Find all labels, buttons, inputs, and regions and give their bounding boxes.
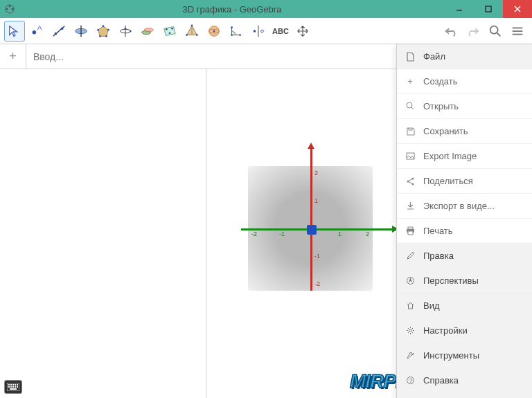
maximize-button[interactable] — [474, 0, 503, 18]
svg-point-22 — [125, 27, 127, 29]
svg-point-41 — [261, 30, 264, 33]
menu-login[interactable]: Войти... — [397, 393, 532, 398]
tool-intersect-surfaces[interactable] — [137, 21, 158, 42]
minimize-button[interactable] — [445, 0, 474, 18]
redo-button[interactable] — [463, 21, 484, 42]
share-icon — [404, 177, 416, 186]
tool-point[interactable]: A — [26, 21, 47, 42]
pencil-icon — [404, 251, 416, 260]
menu-label: Создать — [423, 76, 457, 87]
image-icon — [404, 152, 416, 161]
svg-line-10 — [53, 26, 65, 36]
virtual-keyboard-button[interactable] — [4, 380, 22, 394]
menu-label: Сохранить — [423, 126, 468, 136]
svg-point-3 — [9, 6, 11, 8]
menu-label: Справка — [423, 375, 459, 386]
menu-view[interactable]: Вид — [397, 293, 532, 318]
svg-point-18 — [99, 35, 101, 37]
menu-edit[interactable]: Правка — [397, 244, 532, 269]
axis-tick: -1 — [279, 230, 285, 237]
close-button[interactable] — [503, 0, 532, 18]
tool-line[interactable] — [48, 21, 69, 42]
svg-point-28 — [169, 32, 171, 34]
wrench-icon — [404, 351, 416, 360]
window-title: 3D графика - GeoGebra — [19, 4, 445, 15]
svg-rect-57 — [407, 153, 414, 159]
menu-open[interactable]: Открыть — [397, 94, 532, 119]
tool-pyramid[interactable] — [181, 21, 202, 42]
svg-rect-65 — [408, 231, 413, 235]
tool-angle[interactable] — [226, 21, 247, 42]
menu-create[interactable]: +Создать — [397, 69, 532, 94]
search-button[interactable] — [485, 21, 506, 42]
svg-point-25 — [144, 28, 153, 32]
svg-point-55 — [407, 102, 412, 108]
menu-help[interactable]: ?Справка — [397, 368, 532, 393]
svg-rect-76 — [8, 386, 10, 388]
menu-file[interactable]: Файл — [397, 44, 532, 69]
svg-point-17 — [105, 35, 107, 37]
svg-point-35 — [213, 30, 215, 32]
menu-label: Перспективы — [423, 275, 479, 286]
print-icon — [404, 226, 416, 235]
menu-label: Правка — [423, 251, 454, 261]
svg-point-8 — [33, 30, 37, 35]
tool-move[interactable] — [4, 21, 25, 42]
gear-icon — [404, 326, 416, 335]
menu-label: Вид — [423, 300, 440, 311]
svg-point-36 — [231, 26, 233, 28]
toolbar: A ABC — [0, 18, 532, 44]
download-icon — [404, 201, 416, 210]
svg-point-67 — [409, 329, 411, 332]
svg-point-37 — [231, 34, 233, 36]
algebra-panel[interactable] — [0, 69, 206, 398]
tool-text[interactable]: ABC — [270, 21, 291, 42]
tool-moveview[interactable] — [292, 21, 313, 42]
axis-tick: -1 — [314, 253, 320, 260]
menu-label: Экспорт в виде... — [423, 201, 495, 211]
svg-point-38 — [239, 34, 241, 36]
titlebar: 3D графика - GeoGebra — [0, 0, 532, 18]
svg-point-11 — [55, 32, 57, 35]
svg-line-61 — [409, 179, 412, 181]
undo-button[interactable] — [441, 21, 461, 42]
tool-polygon[interactable] — [93, 21, 114, 42]
tool-reflect[interactable] — [248, 21, 269, 42]
add-input-button[interactable]: + — [0, 44, 26, 69]
tool-sphere[interactable] — [204, 21, 224, 42]
menu-export-as[interactable]: Экспорт в виде... — [397, 194, 532, 219]
svg-point-30 — [191, 24, 193, 26]
svg-rect-75 — [17, 384, 18, 386]
svg-point-40 — [254, 30, 256, 33]
tool-circleaxis[interactable] — [115, 21, 136, 42]
hamburger-menu-button[interactable] — [507, 21, 528, 42]
axis-tick: 1 — [314, 197, 318, 204]
menu-label: Файл — [423, 51, 445, 62]
svg-rect-79 — [15, 386, 16, 388]
svg-point-42 — [490, 26, 498, 33]
menu-perspectives[interactable]: Перспективы — [397, 269, 532, 293]
menu-label: Открыть — [423, 101, 459, 111]
x-axis — [241, 228, 393, 230]
menu-tools[interactable]: Инструменты — [397, 343, 532, 368]
menu-share[interactable]: Поделиться — [397, 169, 532, 194]
svg-rect-74 — [15, 384, 16, 386]
y-axis — [310, 145, 312, 291]
axis-tick: 1 — [338, 230, 342, 237]
svg-text:?: ? — [409, 377, 412, 384]
main-menu: Файл +Создать Открыть Сохранить Export I… — [396, 44, 532, 398]
menu-save[interactable]: Сохранить — [397, 119, 532, 144]
menu-settings[interactable]: Настройки — [397, 318, 532, 343]
svg-point-26 — [166, 28, 168, 30]
menu-label: Поделиться — [423, 176, 473, 186]
svg-rect-77 — [10, 386, 12, 388]
menu-label: Печать — [423, 226, 453, 236]
file-icon — [404, 52, 416, 62]
home-icon — [404, 301, 416, 310]
tool-perpplane[interactable] — [71, 21, 91, 42]
coordinate-system: 1 2 -1 -2 1 2 -1 -2 — [241, 159, 380, 298]
tool-plane3points[interactable] — [159, 21, 180, 42]
menu-export-image[interactable]: Export Image — [397, 144, 532, 169]
menu-print[interactable]: Печать — [397, 219, 532, 244]
svg-point-1 — [6, 8, 8, 10]
